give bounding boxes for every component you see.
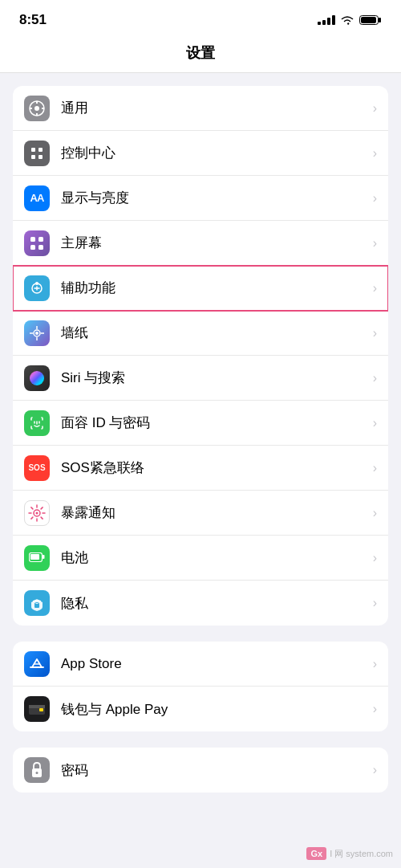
siri-label: Siri 与搜索 [61,369,373,387]
settings-row-accessibility[interactable]: 辅助功能 › [13,266,388,311]
wifi-icon [340,14,354,26]
signal-icon [318,15,335,25]
watermark-logo: Gx [306,847,326,860]
svg-rect-16 [38,245,43,250]
settings-row-control-center[interactable]: 控制中心 › [13,131,388,176]
wallpaper-icon [24,320,50,346]
svg-rect-9 [31,148,35,152]
exposure-chevron: › [373,506,377,520]
settings-row-privacy[interactable]: 隐私 › [13,581,388,626]
wallet-label: 钱包与 Apple Pay [61,700,373,719]
control-center-chevron: › [373,146,377,161]
svg-point-22 [35,332,38,335]
settings-container: 通用 › 控制中心 › AA 显示与亮度 › [0,73,401,821]
exposure-icon [24,500,50,526]
svg-point-51 [36,772,38,774]
status-bar: 8:51 [0,0,401,35]
status-time: 8:51 [19,12,47,28]
privacy-icon [24,590,50,616]
settings-group-password: 密码 › [13,748,388,793]
battery-icon [359,14,382,26]
settings-row-home-screen[interactable]: 主屏幕 › [13,221,388,266]
exposure-label: 暴露通知 [61,503,373,522]
wallet-chevron: › [373,702,377,716]
status-icons [318,14,382,26]
svg-point-4 [34,106,39,111]
svg-rect-11 [31,155,35,159]
nav-bar: 设置 [0,35,401,73]
privacy-label: 隐私 [61,594,373,613]
svg-line-37 [31,507,33,508]
sos-label: SOS紧急联络 [61,458,373,477]
wallpaper-label: 墙纸 [61,324,373,342]
face-id-label: 面容 ID 与密码 [61,414,373,432]
privacy-chevron: › [373,596,377,610]
siri-icon [24,365,50,391]
svg-rect-2 [361,17,376,23]
settings-row-wallpaper[interactable]: 墙纸 › [13,311,388,356]
settings-row-exposure[interactable]: 暴露通知 › [13,491,388,536]
display-chevron: › [373,191,377,206]
general-icon [24,96,50,121]
settings-row-general[interactable]: 通用 › [13,86,388,131]
svg-line-38 [41,517,43,519]
svg-rect-49 [39,708,43,711]
battery-row-icon [24,545,50,571]
settings-row-app-store[interactable]: App Store › [13,642,388,687]
svg-rect-15 [30,245,35,250]
watermark: Gx I 网 system.com [306,847,393,860]
settings-row-face-id[interactable]: 面容 ID 与密码 › [13,401,388,446]
svg-rect-1 [379,18,381,22]
settings-row-battery[interactable]: 电池 › [13,536,388,581]
password-chevron: › [373,763,377,777]
general-chevron: › [373,101,377,116]
settings-row-display[interactable]: AA 显示与亮度 › [13,176,388,221]
app-store-chevron: › [373,657,377,671]
svg-rect-42 [43,555,45,559]
svg-point-32 [36,511,38,514]
wallpaper-chevron: › [373,326,377,340]
settings-row-sos[interactable]: SOS SOS紧急联络 › [13,446,388,491]
app-store-icon [24,651,50,677]
svg-point-27 [30,371,44,385]
svg-rect-43 [30,554,39,560]
home-screen-chevron: › [373,236,377,251]
battery-label: 电池 [61,548,373,567]
svg-line-40 [41,507,43,508]
settings-row-password[interactable]: 密码 › [13,748,388,793]
face-id-icon [24,410,50,436]
siri-chevron: › [373,371,377,385]
display-icon: AA [24,185,50,211]
accessibility-label: 辅助功能 [61,279,373,297]
svg-rect-48 [29,705,45,708]
home-screen-label: 主屏幕 [61,234,373,252]
svg-rect-12 [38,155,43,159]
battery-chevron: › [373,551,377,565]
password-label: 密码 [61,761,373,780]
svg-line-39 [31,517,33,519]
password-icon [24,757,50,783]
sos-chevron: › [373,461,377,475]
accessibility-chevron: › [373,281,377,295]
svg-rect-14 [38,237,43,242]
accessibility-icon [24,275,50,301]
app-store-label: App Store [61,656,373,672]
sos-icon: SOS [24,455,50,481]
page-title: 设置 [186,45,215,61]
general-label: 通用 [61,99,373,117]
display-label: 显示与亮度 [61,189,373,207]
svg-rect-10 [38,148,43,152]
home-screen-icon [24,230,50,256]
watermark-text: I 网 system.com [330,848,393,860]
face-id-chevron: › [373,416,377,430]
control-center-icon [24,141,50,166]
settings-row-siri[interactable]: Siri 与搜索 › [13,356,388,401]
settings-group-main: 通用 › 控制中心 › AA 显示与亮度 › [13,86,388,626]
wallet-icon [24,696,50,722]
svg-rect-13 [30,237,35,242]
settings-row-wallet[interactable]: 钱包与 Apple Pay › [13,687,388,731]
control-center-label: 控制中心 [61,144,373,162]
settings-group-store: App Store › 钱包与 Apple Pay › [13,642,388,731]
